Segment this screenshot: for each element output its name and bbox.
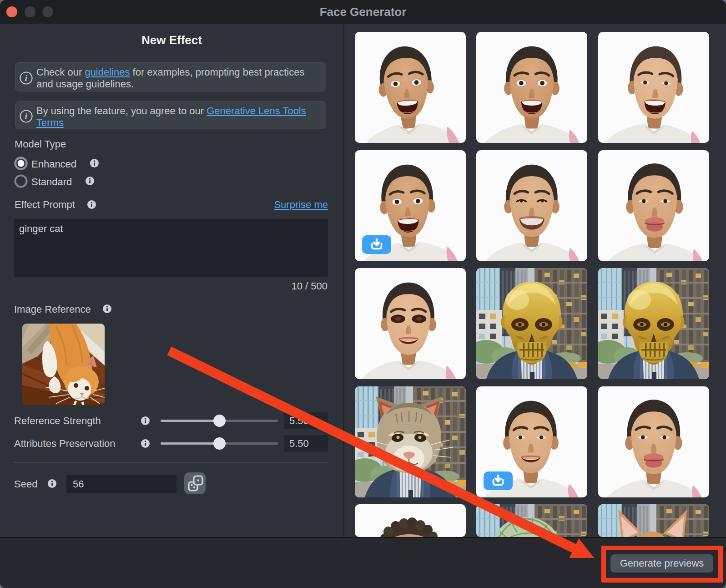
svg-text:i: i	[25, 73, 28, 83]
svg-text:i: i	[25, 112, 28, 121]
